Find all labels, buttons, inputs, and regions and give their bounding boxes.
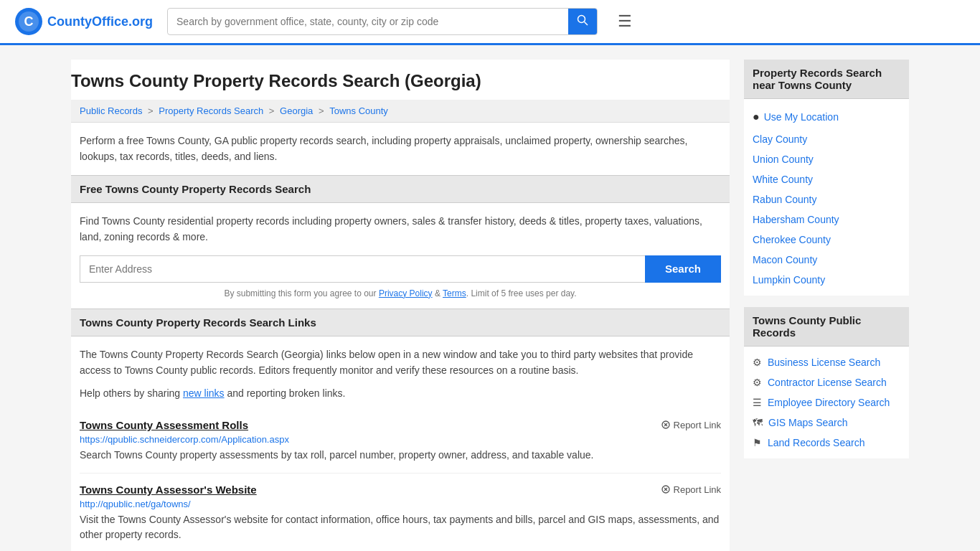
nearby-counties-box: Property Records Search near Towns Count…: [744, 60, 909, 296]
report-link-assessor[interactable]: Report Link: [661, 484, 721, 495]
sidebar-item-rabun[interactable]: Rabun County: [744, 189, 909, 209]
sidebar-item-gis-maps[interactable]: 🗺 GIS Maps Search: [744, 413, 909, 433]
search-button[interactable]: Search: [645, 255, 721, 283]
record-link-assessment-rolls: Towns County Assessment Rolls Report Lin…: [80, 409, 721, 474]
sidebar-item-white[interactable]: White County: [744, 169, 909, 189]
header-search-button[interactable]: [568, 9, 597, 34]
menu-icon[interactable]: ☰: [618, 12, 632, 31]
header-search-icon: [577, 14, 588, 26]
main-layout: Towns County Property Records Search (Ge…: [60, 45, 920, 551]
sidebar-item-lumpkin[interactable]: Lumpkin County: [744, 270, 909, 290]
assessor-website-desc: Visit the Towns County Assessor's websit…: [80, 512, 721, 542]
assessment-rolls-url[interactable]: https://qpublic.schneidercorp.com/Applic…: [80, 434, 721, 445]
sidebar-item-contractor-license[interactable]: ⚙ Contractor License Search: [744, 372, 909, 392]
record-link-assessor-website: Towns County Assessor's Website Report L…: [80, 474, 721, 551]
public-records-content: ⚙ Business License Search ⚙ Contractor L…: [744, 347, 909, 458]
location-icon: ●: [753, 110, 760, 123]
svg-text:C: C: [24, 14, 34, 29]
nearby-counties-content: ● Use My Location Clay County Union Coun…: [744, 99, 909, 296]
sidebar-item-union[interactable]: Union County: [744, 149, 909, 169]
map-icon: 🗺: [753, 417, 763, 428]
public-records-box: Towns County Public Records ⚙ Business L…: [744, 307, 909, 458]
privacy-policy-link[interactable]: Privacy Policy: [379, 288, 433, 298]
list-icon: ☰: [753, 397, 762, 408]
sidebar-item-cherokee[interactable]: Cherokee County: [744, 230, 909, 250]
header-search-input[interactable]: [168, 10, 568, 33]
links-header: Towns County Property Records Search Lin…: [71, 309, 730, 336]
report-link-assessment[interactable]: Report Link: [661, 420, 721, 430]
svg-line-4: [585, 22, 588, 26]
svg-point-3: [578, 16, 585, 23]
address-input[interactable]: [80, 255, 645, 283]
breadcrumb-public-records[interactable]: Public Records: [80, 105, 142, 116]
nearby-counties-header: Property Records Search near Towns Count…: [744, 60, 909, 99]
free-search-header: Free Towns County Property Records Searc…: [71, 175, 730, 203]
description: Perform a free Towns County, GA public p…: [71, 123, 730, 175]
assessment-rolls-title[interactable]: Towns County Assessment Rolls: [80, 419, 248, 431]
breadcrumb: Public Records > Property Records Search…: [71, 100, 730, 123]
assessor-website-url[interactable]: http://qpublic.net/ga/towns/: [80, 499, 721, 509]
sidebar-item-land-records[interactable]: ⚑ Land Records Search: [744, 433, 909, 453]
site-header: C CountyOffice.org ☰: [0, 0, 980, 45]
breadcrumb-towns-county[interactable]: Towns County: [329, 105, 388, 116]
logo-text: CountyOffice.org: [47, 14, 153, 29]
gear-icon-1: ⚙: [753, 357, 762, 368]
sidebar-item-macon[interactable]: Macon County: [744, 250, 909, 270]
search-section: Find Towns County residential property r…: [71, 203, 730, 309]
breadcrumb-georgia[interactable]: Georgia: [280, 105, 313, 116]
sidebar-item-employee-directory[interactable]: ☰ Employee Directory Search: [744, 392, 909, 413]
assessor-website-title[interactable]: Towns County Assessor's Website: [80, 484, 257, 496]
main-content: Towns County Property Records Search (Ge…: [71, 60, 730, 551]
flag-icon: ⚑: [753, 437, 762, 448]
terms-link[interactable]: Terms: [443, 288, 466, 298]
gear-icon-2: ⚙: [753, 377, 762, 388]
links-section: The Towns County Property Records Search…: [71, 336, 730, 551]
sidebar: Property Records Search near Towns Count…: [744, 60, 909, 551]
header-search-bar: [167, 8, 598, 35]
logo-icon: C: [14, 7, 43, 36]
logo-name: CountyOffice: [47, 14, 128, 29]
form-disclaimer: By submitting this form you agree to our…: [80, 288, 721, 298]
assessment-rolls-desc: Search Towns County property assessments…: [80, 448, 721, 463]
help-text: Help others by sharing new links and rep…: [80, 385, 721, 401]
sidebar-item-business-license[interactable]: ⚙ Business License Search: [744, 352, 909, 372]
report-icon: [661, 420, 671, 430]
page-title: Towns County Property Records Search (Ge…: [71, 60, 730, 100]
use-location[interactable]: ● Use My Location: [744, 105, 909, 129]
new-links-link[interactable]: new links: [183, 387, 225, 399]
sidebar-item-habersham[interactable]: Habersham County: [744, 209, 909, 230]
logo[interactable]: C CountyOffice.org: [14, 7, 153, 36]
public-records-header: Towns County Public Records: [744, 307, 909, 347]
report-icon-2: [661, 484, 671, 494]
sidebar-item-clay[interactable]: Clay County: [744, 129, 909, 149]
address-search-form: Search: [80, 255, 721, 283]
breadcrumb-property-records-search[interactable]: Property Records Search: [159, 105, 263, 116]
